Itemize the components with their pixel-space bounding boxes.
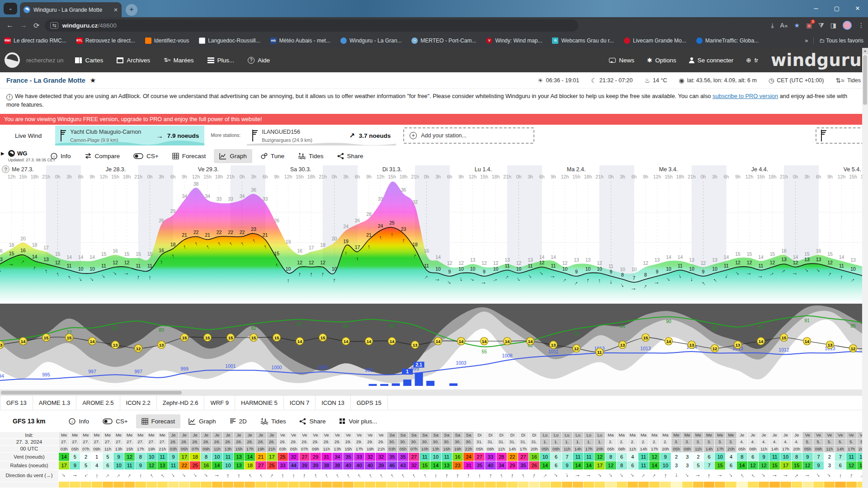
tab-search-button[interactable]: ⌄: [4, 3, 17, 14]
windguru-logo-icon[interactable]: [5, 52, 20, 68]
model-tab-zephr-hd-2-6[interactable]: Zephr-HD 2.6: [157, 396, 205, 410]
menu-news[interactable]: News: [609, 57, 634, 64]
col-hour: 05h: [737, 446, 748, 453]
wg-tab-compare[interactable]: Compare: [79, 149, 126, 163]
bookmark-item[interactable]: VWindy: Wind map...: [486, 38, 542, 44]
scrollbar-thumb[interactable]: [1, 391, 182, 394]
window-maximize-button[interactable]: ▢: [826, 0, 847, 17]
gfs-tab-voirplus[interactable]: Voir plus...: [334, 414, 382, 428]
wind-direction-cell: ↑: [638, 470, 649, 482]
bookmark-item[interactable]: RMCLe direct radio RMC...: [5, 38, 66, 44]
install-icon[interactable]: ⤓: [771, 22, 774, 29]
menu-kebab-icon[interactable]: ⋮: [858, 22, 864, 29]
col-day: Je: [179, 432, 190, 439]
model-tab-gfs-13[interactable]: GFS 13: [0, 396, 33, 410]
wg-updated: Updated: 27.3. 08:35 CET: [8, 158, 45, 162]
add-station-button[interactable]: + Add your station...: [403, 127, 534, 144]
model-tab-icon-13[interactable]: ICON 13: [316, 396, 351, 410]
bookmark-item[interactable]: GWebcams Grau du r...: [552, 38, 614, 44]
translate-icon[interactable]: A≋: [780, 22, 788, 29]
bookmark-item[interactable]: Languedoc-Roussill...: [199, 38, 260, 44]
menu-marees[interactable]: ⇅≈Marées: [164, 57, 194, 64]
gfs-tab-forecast[interactable]: Forecast: [136, 414, 181, 428]
cloud-pressure-graph[interactable]: 12.1994995997997999100110001000998999100…: [0, 304, 868, 389]
wg-tab-tides[interactable]: Tides: [292, 149, 329, 163]
graph-day-label: Sa 30.3.: [290, 166, 311, 173]
model-tab-arome-2-5[interactable]: AROME 2.5: [76, 396, 120, 410]
menu-aide[interactable]: ?Aide: [248, 57, 270, 64]
temperature-strip-cell: [759, 482, 769, 488]
model-tab-wrf-9[interactable]: WRF 9: [204, 396, 235, 410]
reload-icon[interactable]: ⟳: [33, 21, 39, 30]
model-tab-icon-7[interactable]: ICON 7: [284, 396, 316, 410]
wg-tab-graph[interactable]: Graph: [214, 149, 252, 163]
menu-archives[interactable]: Archives: [117, 57, 150, 64]
wg-tab-info[interactable]: iInfo: [45, 149, 76, 163]
temperature-strip-cell: [737, 482, 748, 488]
bookmark-item[interactable]: ≈MERTEO - Port-Cam...: [411, 38, 476, 44]
wg-tab-share[interactable]: Share: [332, 149, 369, 163]
menu-options[interactable]: ✱Options: [647, 56, 676, 64]
forward-icon[interactable]: →: [20, 21, 27, 29]
scrollbar-thumb[interactable]: [863, 55, 867, 105]
browser-tab[interactable]: Windguru - La Grande Motte ✕: [20, 2, 122, 17]
bookmark-item[interactable]: Livecam Grande Mo...: [624, 38, 686, 44]
menu-language[interactable]: ⊕fr: [746, 56, 758, 64]
site-info-icon[interactable]: ⇆: [50, 22, 58, 29]
wind-direction-cell: ↑: [59, 470, 70, 482]
menu-cartes[interactable]: Cartes: [75, 57, 103, 64]
wg-tab-cs[interactable]: CS+: [128, 149, 164, 163]
svg-text:22: 22: [228, 230, 233, 235]
all-bookmarks-folder[interactable]: 🗀 Tous les favoris: [819, 38, 863, 44]
graph-horizontal-scrollbar[interactable]: [0, 389, 868, 396]
live-station-card[interactable]: Yacht Club Mauguio-CarnonCarnon-Plage (9…: [55, 126, 204, 145]
model-tab-icon-2-2[interactable]: ICON 2.2: [120, 396, 157, 410]
gfs-tab-share[interactable]: Share: [294, 414, 331, 428]
side-panel-icon[interactable]: ◨: [830, 22, 836, 29]
model-tab-arome-1-3[interactable]: AROME 1.3: [33, 396, 76, 410]
gfs-tab-info[interactable]: iInfo: [63, 414, 94, 428]
gfs-tab-tides[interactable]: Tides: [255, 414, 292, 428]
new-tab-button[interactable]: +: [126, 4, 137, 16]
model-tab-harmonie-5[interactable]: HARMONIE 5: [235, 396, 284, 410]
svg-text:13: 13: [816, 257, 821, 262]
svg-text:12: 12: [735, 260, 741, 265]
wg-tab-forecast[interactable]: Forecast: [167, 149, 212, 163]
wind-forecast-graph[interactable]: 1613↑1815↑2016↑1814↑1713↑1512↑1411↑1410↑…: [0, 182, 868, 304]
back-icon[interactable]: ←: [6, 21, 14, 29]
subscribe-pro-link[interactable]: subscribe to PRO version: [712, 93, 778, 99]
favorite-star-icon[interactable]: ★: [90, 76, 96, 84]
bookmark-star-icon[interactable]: ★: [794, 22, 800, 29]
gfs-tab-graph[interactable]: Graph: [183, 414, 222, 428]
window-minimize-button[interactable]: ─: [806, 0, 826, 17]
tides-link[interactable]: ⇅≈Tides: [835, 77, 861, 84]
live-station-card[interactable]: ILANGUED156Buzignargues (24.9 km) ↗ 3.7 …: [247, 126, 396, 145]
window-close-button[interactable]: ✕: [847, 0, 868, 17]
extensions-puzzle-icon[interactable]: ⧩: [818, 22, 824, 29]
scroll-up-arrow[interactable]: ▲: [862, 48, 868, 54]
temperature-strip-cell: [245, 482, 255, 488]
bookmark-item[interactable]: RTLRetrouvez le direct...: [76, 38, 135, 44]
profile-avatar[interactable]: [843, 21, 852, 30]
model-tab-gdps-15[interactable]: GDPS 15: [351, 396, 388, 410]
bookmarks-overflow-icon[interactable]: »: [805, 38, 808, 44]
address-bar[interactable]: ⇆ windguru.cz/48600: [45, 19, 578, 32]
menu-login[interactable]: Se connecter: [689, 57, 734, 64]
gfs-tab-cs[interactable]: CS+: [97, 414, 133, 428]
wg-tab-tune[interactable]: Tune: [255, 149, 290, 163]
gust-cell: 34: [496, 461, 507, 470]
adblock-extension-icon[interactable]: ▣3: [806, 22, 812, 29]
gfs-tab-2d[interactable]: 2D: [224, 414, 252, 428]
menu-plus[interactable]: Plus...: [208, 57, 235, 64]
graph-hour-tick: 12h: [467, 174, 479, 179]
bookmark-item[interactable]: MarineTraffic: Globa...: [696, 38, 759, 44]
page-vertical-scrollbar[interactable]: ▲: [862, 48, 868, 488]
tab-close-icon[interactable]: ✕: [113, 7, 118, 13]
svg-text:i: i: [53, 154, 55, 159]
station-speed: 7.9 noeuds: [167, 132, 199, 139]
spot-title[interactable]: France - La Grande Motte: [6, 77, 85, 84]
bookmark-item[interactable]: Identifiez-vous: [145, 38, 189, 44]
bookmark-item[interactable]: Windguru - La Gran...: [340, 38, 401, 44]
search-input[interactable]: recherchez un: [26, 57, 63, 64]
bookmark-item[interactable]: mbMétéo Aubais - met...: [270, 38, 330, 44]
